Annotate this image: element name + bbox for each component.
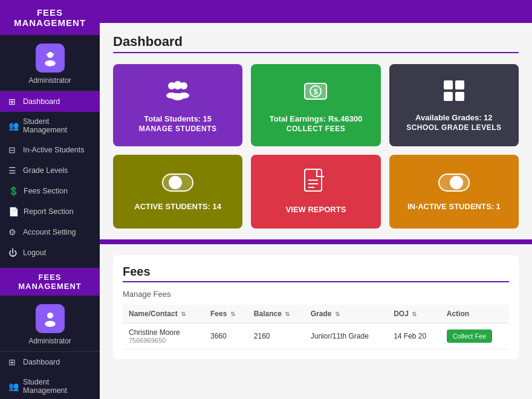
reports-icon [303, 168, 328, 200]
admin-label: Administrator [28, 76, 71, 85]
card-total-earnings[interactable]: $ Total Earnings: Rs.46300 COLLECT FEES [251, 64, 380, 146]
purple-bar [100, 0, 532, 23]
dashboard-cards: Total Students: 15 MANAGE STUDENTS $ Tot… [113, 64, 519, 229]
student-management-icon: 👥 [8, 121, 18, 131]
card-total-students[interactable]: Total Students: 15 MANAGE STUDENTS [113, 64, 242, 146]
svg-point-4 [47, 313, 53, 319]
card-total-students-title: Total Students: 15 [144, 114, 212, 123]
inactive-toggle-icon [438, 174, 470, 192]
svg-point-11 [171, 93, 184, 100]
earnings-icon: $ [302, 77, 329, 109]
student-management-icon-2: 👥 [8, 381, 18, 391]
th-name: Name/Contact ⇅ [123, 305, 204, 323]
card-active-students[interactable]: ACTIVE STUDENTS: 14 [113, 155, 242, 229]
svg-point-2 [46, 53, 48, 56]
card-total-earnings-title: Total Earnings: Rs.46300 [270, 114, 363, 123]
svg-text:$: $ [314, 87, 319, 96]
user-icon [41, 49, 59, 67]
user-icon-2 [41, 310, 59, 328]
sidebar-item-inactive-students[interactable]: ⊟ In-Active Students [0, 140, 100, 160]
sidebar-item-account-setting[interactable]: ⚙ Account Setting [0, 222, 100, 242]
svg-point-26 [450, 176, 463, 189]
table-row: Christine Moore 7566969650 3660 2160 Jun… [123, 323, 509, 349]
svg-rect-18 [455, 92, 464, 101]
dashboard-divider [113, 52, 519, 53]
sort-icon-fees: ⇅ [230, 311, 235, 317]
svg-point-0 [47, 52, 53, 58]
sidebar-admin-2: Administrator [0, 296, 100, 352]
sidebar-item-dashboard-2[interactable]: ⊞ Dashboard [0, 352, 100, 372]
sidebar-item-student-management-label-2: Student Management [23, 378, 91, 395]
inactive-toggle-icon [438, 172, 470, 197]
sidebar-item-fees-label: Fees Section [24, 187, 68, 195]
sidebar: FEES MANAGEMENT Administrator ⊞ Dashboar… [0, 0, 100, 399]
card-total-earnings-subtitle: COLLECT FEES [287, 125, 345, 133]
avatar-2 [36, 304, 65, 333]
th-action: Action [441, 305, 509, 323]
toggle-icon [162, 172, 193, 197]
sidebar-item-student-management-label: Student Management [23, 117, 91, 134]
money-icon: $ [302, 77, 329, 104]
td-name: Christine Moore 7566969650 [123, 323, 204, 349]
dashboard-icon: ⊞ [8, 97, 18, 106]
th-doj: DOJ ⇅ [388, 305, 441, 323]
card-inactive-students[interactable]: IN-ACTIVE STUDENTS: 1 [389, 155, 519, 229]
collect-fee-button[interactable]: Collect Fee [447, 329, 493, 343]
fees-icon: 💲 [8, 186, 19, 196]
settings-icon: ⚙ [8, 227, 18, 237]
fees-divider [123, 281, 509, 282]
card-available-grades[interactable]: Available Grades: 12 SCHOOL GRADE LEVELS [389, 64, 519, 146]
card-inactive-students-title: IN-ACTIVE STUDENTS: 1 [407, 202, 501, 211]
dashboard-section: Dashboard Total Students: 15 MANAGE STUD… [100, 23, 532, 370]
sidebar-item-student-management-2[interactable]: 👥 Student Management [0, 372, 100, 399]
sort-icon-name: ⇅ [181, 311, 186, 317]
svg-rect-15 [444, 80, 453, 89]
svg-point-1 [45, 60, 56, 66]
sort-icon-doj: ⇅ [412, 311, 417, 317]
td-doj: 14 Feb 20 [388, 323, 441, 349]
sidebar-item-grade-levels[interactable]: ☰ Grade Levels [0, 160, 100, 181]
students-icon [164, 77, 191, 109]
sidebar-item-report-section[interactable]: 📄 Report Section [0, 201, 100, 222]
dashboard-icon-2: ⊞ [8, 357, 18, 367]
td-grade: Junior/11th Grade [305, 323, 388, 349]
td-fees: 3660 [204, 323, 248, 349]
fees-title: Fees [123, 265, 509, 279]
admin-label-2: Administrator [28, 337, 71, 345]
sidebar-item-inactive-label: In-Active Students [23, 146, 84, 154]
sidebar-item-account-label: Account Setting [23, 228, 76, 236]
main-content-area: Dashboard Total Students: 15 MANAGE STUD… [100, 0, 532, 399]
sidebar-nav-2: ⊞ Dashboard 👥 Student Management ⊟ In-Ac… [0, 352, 100, 399]
card-view-reports[interactable]: VIEW REPORTS [251, 155, 380, 229]
fees-section: Fees Manage Fees Name/Contact ⇅ Fees ⇅ [113, 255, 519, 359]
th-fees: Fees ⇅ [204, 305, 248, 323]
grid-icon [442, 79, 466, 103]
fees-table: Name/Contact ⇅ Fees ⇅ Balance ⇅ Grade [123, 305, 509, 349]
student-contact: 7566969650 [129, 337, 198, 344]
sidebar-item-dashboard[interactable]: ⊞ Dashboard [0, 91, 100, 112]
sort-icon-grade: ⇅ [335, 311, 340, 317]
card-active-students-title: ACTIVE STUDENTS: 14 [134, 202, 221, 211]
sidebar-item-student-management[interactable]: 👥 Student Management [0, 112, 100, 140]
sidebar-item-dashboard-label: Dashboard [23, 97, 60, 106]
svg-point-20 [169, 176, 182, 189]
card-available-grades-title: Available Grades: 12 [415, 113, 492, 122]
card-available-grades-subtitle: SCHOOL GRADE LEVELS [406, 123, 501, 132]
sidebar-item-fees-section[interactable]: 💲 Fees Section [0, 181, 100, 201]
avatar [36, 44, 65, 73]
section-separator [100, 239, 532, 244]
student-name: Christine Moore [129, 328, 198, 337]
svg-point-5 [45, 321, 56, 327]
report-icon: 📄 [8, 207, 19, 216]
fees-manage-label: Manage Fees [123, 290, 509, 299]
sidebar-item-logout[interactable]: ⏻ Logout [0, 242, 100, 263]
sidebar-item-report-label: Report Section [24, 207, 74, 216]
dashboard-title: Dashboard [113, 34, 519, 50]
svg-point-3 [52, 53, 54, 56]
toggle-switch-icon [162, 174, 193, 192]
group-icon [164, 77, 191, 104]
sidebar-item-dashboard-label-2: Dashboard [23, 358, 60, 366]
sidebar-item-logout-label: Logout [23, 248, 46, 257]
sidebar-nav: ⊞ Dashboard 👥 Student Management ⊟ In-Ac… [0, 91, 100, 263]
svg-point-8 [174, 81, 182, 89]
